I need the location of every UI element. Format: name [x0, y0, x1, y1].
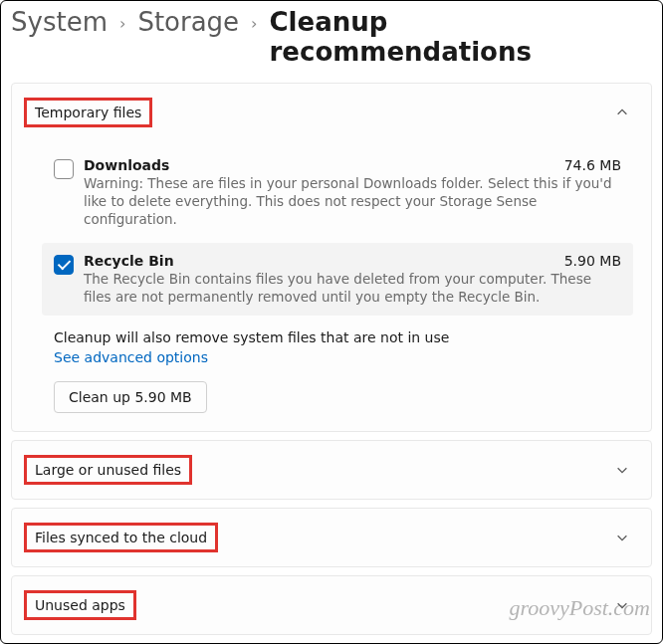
- section-title: Unused apps: [35, 597, 125, 613]
- item-title: Downloads: [84, 157, 169, 173]
- breadcrumb: System › Storage › Cleanup recommendatio…: [11, 7, 652, 67]
- highlight-unused-apps: Unused apps: [24, 590, 136, 620]
- highlight-temporary-files: Temporary files: [24, 98, 152, 127]
- highlight-files-synced-cloud: Files synced to the cloud: [24, 523, 218, 552]
- section-title: Large or unused files: [35, 462, 181, 478]
- page-title: Cleanup recommendations: [270, 7, 652, 67]
- item-size: 74.6 MB: [564, 157, 621, 173]
- cleanup-button[interactable]: Clean up 5.90 MB: [54, 381, 207, 413]
- cleanup-item-downloads: Downloads 74.6 MB Warning: These are fil…: [42, 147, 633, 239]
- breadcrumb-storage[interactable]: Storage: [137, 7, 239, 37]
- checkbox-recycle-bin[interactable]: [54, 255, 74, 275]
- checkbox-downloads[interactable]: [54, 159, 74, 179]
- section-temporary-files: Temporary files Downloads 74.6 MB Warnin…: [11, 83, 652, 432]
- item-size: 5.90 MB: [564, 253, 621, 269]
- chevron-down-icon: [615, 463, 629, 477]
- item-description: Warning: These are files in your persona…: [84, 174, 621, 229]
- section-files-synced-cloud: Files synced to the cloud: [11, 508, 652, 567]
- breadcrumb-system[interactable]: System: [11, 7, 108, 37]
- cleanup-note: Cleanup will also remove system files th…: [54, 329, 633, 345]
- chevron-right-icon: ›: [251, 14, 257, 33]
- chevron-down-icon: [615, 531, 629, 544]
- settings-window: System › Storage › Cleanup recommendatio…: [0, 0, 663, 644]
- section-header-files-synced-cloud[interactable]: Files synced to the cloud: [12, 509, 651, 566]
- chevron-down-icon: [615, 598, 629, 612]
- item-description: The Recycle Bin contains files you have …: [84, 270, 621, 306]
- section-title: Temporary files: [35, 105, 141, 120]
- section-unused-apps: Unused apps: [11, 575, 652, 635]
- section-title: Files synced to the cloud: [35, 530, 207, 545]
- section-header-unused-apps[interactable]: Unused apps: [12, 576, 651, 634]
- section-large-unused-files: Large or unused files: [11, 440, 652, 500]
- chevron-right-icon: ›: [119, 14, 125, 33]
- highlight-large-unused-files: Large or unused files: [24, 455, 192, 485]
- see-advanced-options-link[interactable]: See advanced options: [54, 349, 208, 365]
- chevron-up-icon: [615, 106, 629, 119]
- section-header-temporary-files[interactable]: Temporary files: [12, 84, 651, 141]
- section-body-temporary-files: Downloads 74.6 MB Warning: These are fil…: [12, 141, 651, 431]
- item-title: Recycle Bin: [84, 253, 174, 269]
- section-header-large-unused-files[interactable]: Large or unused files: [12, 441, 651, 499]
- cleanup-item-recycle-bin: Recycle Bin 5.90 MB The Recycle Bin cont…: [42, 243, 633, 316]
